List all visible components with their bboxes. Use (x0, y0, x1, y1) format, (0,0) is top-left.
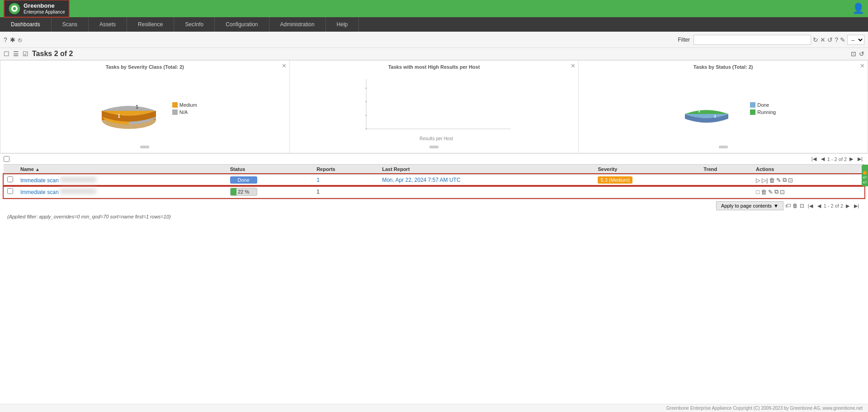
row2-export-icon[interactable]: ⊡ (780, 189, 785, 195)
sidebar-indicator-orange (863, 171, 867, 175)
svg-text:1: 1 (698, 108, 701, 113)
row2-status: 22 % (226, 186, 313, 198)
user-icon[interactable]: 👤 (852, 3, 864, 14)
filter-label: Filter (678, 37, 690, 43)
filter-preset-select[interactable]: -- (847, 35, 864, 45)
greenbone-logo-icon (8, 2, 21, 15)
col-severity[interactable]: Severity (594, 165, 700, 175)
first-page-icon[interactable]: |◀ (810, 156, 818, 162)
row1-checkbox (4, 174, 17, 186)
help-icon[interactable]: ? (4, 36, 7, 43)
row1-trend (700, 174, 752, 186)
filter-action-icons: ↻ ✕ ↺ ? ✎ (813, 36, 845, 43)
row1-edit-icon[interactable]: ✎ (776, 177, 781, 184)
filter-edit-icon[interactable]: ✎ (840, 36, 845, 43)
row1-last-report: Mon, Apr 22, 2024 7:57 AM UTC (378, 174, 594, 186)
row1-export-icon[interactable]: ⊡ (788, 177, 793, 184)
svg-point-2 (13, 7, 16, 10)
title-left: ☐ ☰ ☑ Tasks 2 of 2 (4, 50, 73, 58)
nav-administration[interactable]: Administration (269, 17, 326, 32)
last-page-bottom-icon[interactable]: ▶| (852, 203, 861, 209)
apply-page-contents-button[interactable]: Apply to page contents ▼ (716, 201, 783, 210)
filter-toolbar: ? ✱ ⎋ Filter ↻ ✕ ↺ ? ✎ -- (0, 32, 868, 48)
filter-area: Filter ↻ ✕ ↺ ? ✎ -- (678, 35, 864, 45)
delete-all-icon[interactable]: 🗑 (793, 203, 798, 209)
row1-resume-icon[interactable]: ▷| (762, 177, 768, 184)
export-all-icon[interactable]: ⊡ (800, 203, 804, 209)
nav-configuration[interactable]: Configuration (215, 17, 269, 32)
next-page-bottom-icon[interactable]: ▶ (844, 203, 851, 209)
select-all-icon[interactable]: ☐ (4, 50, 9, 57)
row2-name-link[interactable]: Immediate scan (20, 189, 59, 195)
col-status[interactable]: Status (226, 165, 313, 175)
pagination-bottom: |◀ ◀ 1 - 2 of 2 ▶ ▶| (806, 203, 861, 209)
applied-filter: (Applied filter: apply_overrides=0 min_q… (4, 212, 864, 221)
prev-page-icon[interactable]: ◀ (819, 156, 826, 162)
nav-secinfo[interactable]: SecInfo (174, 17, 215, 32)
chart1-body: 1 1 Medium N/A (4, 72, 286, 145)
apply-dropdown-arrow[interactable]: ▼ (774, 203, 778, 208)
col-trend[interactable]: Trend (700, 165, 752, 175)
sort-arrow-name: ▲ (35, 167, 40, 172)
row2-start-icon[interactable]: □ (756, 189, 760, 195)
prev-page-bottom-icon[interactable]: ◀ (816, 203, 823, 209)
tasks-table: Name ▲ Status Reports Last Report Severi… (4, 164, 864, 198)
row2-trend (700, 186, 752, 198)
chart3-resize[interactable] (719, 146, 728, 148)
row1-last-report-link[interactable]: Mon, Apr 22, 2024 7:57 AM UTC (382, 177, 460, 183)
last-page-icon[interactable]: ▶| (856, 156, 864, 162)
row1-severity-badge: 5.3 (Medium) (598, 176, 632, 184)
sidebar-num1: 47 (863, 175, 867, 180)
logo-text: Greenbone Enterprise Appliance (24, 2, 65, 15)
chart2-close[interactable]: ✕ (571, 62, 576, 69)
row1-start-icon[interactable]: ▷ (756, 177, 760, 184)
chart1-title: Tasks by Severity Class (Total: 2) (4, 64, 286, 70)
next-page-icon[interactable]: ▶ (848, 156, 855, 162)
row1-reports-link[interactable]: 1 (316, 177, 320, 183)
export-page-icon[interactable]: ⊡ (851, 50, 856, 57)
row1-reports: 1 (313, 174, 378, 186)
checklist-icon[interactable]: ☑ (23, 50, 28, 57)
row2-clone-icon[interactable]: ⧉ (774, 188, 778, 195)
page-range-bottom: 1 - 2 of 2 (824, 203, 843, 208)
chart3-svg: 1 1 (670, 79, 743, 138)
chart1-resize[interactable] (140, 146, 149, 148)
row1-delete-icon[interactable]: 🗑 (769, 177, 775, 184)
svg-text:1: 1 (714, 114, 717, 118)
tag-icon[interactable]: 🏷 (785, 203, 791, 209)
export-icon[interactable]: ⎋ (18, 36, 22, 43)
filter-reset-icon[interactable]: ↺ (827, 36, 833, 43)
first-page-bottom-icon[interactable]: |◀ (806, 203, 815, 209)
row2-edit-icon[interactable]: ✎ (768, 189, 773, 195)
row1-name-link[interactable]: Immediate scan (20, 177, 59, 184)
reload-icon[interactable]: ↺ (859, 50, 864, 57)
chart1-svg: 1 1 (93, 79, 165, 138)
row2-name: Immediate scan (17, 186, 226, 198)
nav-scans[interactable]: Scans (52, 17, 89, 32)
filter-refresh-icon[interactable]: ↻ (813, 36, 818, 43)
chart1-close[interactable]: ✕ (282, 62, 287, 69)
nav-help[interactable]: Help (326, 17, 359, 32)
filter-input[interactable] (693, 35, 811, 45)
logo-area: Greenbone Enterprise Appliance (4, 0, 70, 18)
chart2-resize[interactable] (429, 146, 439, 148)
filter-clear-icon[interactable]: ✕ (820, 36, 826, 43)
chart3-close[interactable]: ✕ (860, 62, 865, 69)
chart-high-results: Tasks with most High Results per Host ✕ … (290, 60, 579, 153)
row1-clone-icon[interactable]: ⧉ (783, 176, 787, 184)
chart-severity-class: Tasks by Severity Class (Total: 2) ✕ (0, 60, 290, 153)
nav-assets[interactable]: Assets (89, 17, 127, 32)
row2-delete-icon[interactable]: 🗑 (761, 189, 767, 195)
nav-dashboards[interactable]: Dashboards (0, 17, 52, 32)
settings-icon[interactable]: ✱ (10, 36, 15, 43)
col-reports[interactable]: Reports (313, 165, 378, 175)
main-nav: Dashboards Scans Assets Resilience SecIn… (0, 17, 868, 32)
select-all-checkbox[interactable] (4, 156, 9, 162)
menu-icon[interactable]: ☰ (13, 50, 19, 57)
top-header: Greenbone Enterprise Appliance 👤 (0, 0, 868, 17)
col-name[interactable]: Name ▲ (17, 165, 226, 175)
nav-resilience[interactable]: Resilience (127, 17, 174, 32)
col-last-report[interactable]: Last Report (378, 165, 594, 175)
filter-help-icon[interactable]: ? (835, 36, 838, 43)
charts-area: Tasks by Severity Class (Total: 2) ✕ (0, 60, 868, 154)
